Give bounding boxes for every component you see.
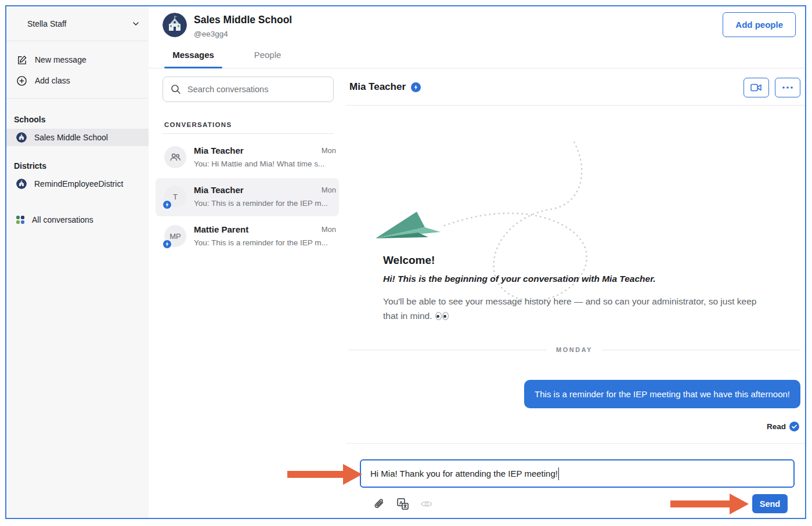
conversation-preview: You: Hi Mattie and Mia! What time s... [194,159,332,168]
account-name: Stella Staff [27,19,132,28]
add-people-button[interactable]: Add people [723,12,796,37]
message-input-text: Hi Mia! Thank you for attending the IEP … [370,469,558,478]
welcome-intro: Hi! This is the beginning of your conver… [383,274,656,284]
tabs: Messages People [164,50,285,68]
school-item-label: Sales Middle School [34,133,108,142]
paperclip-icon [373,498,385,510]
translate-icon: A [396,498,409,510]
sidebar-nav: New message Add class [6,49,149,91]
more-options-button[interactable] [775,78,800,97]
remind-bolt-badge-icon [163,240,172,249]
annotation-arrow-send [670,492,749,516]
conversations-section-label: CONVERSATIONS [164,121,232,128]
text-cursor [558,467,560,480]
day-divider: MONDAY [348,346,800,353]
conversation-time: Mon [322,146,336,155]
conversation-time: Mon [322,186,336,194]
translate-button[interactable]: A [396,497,410,511]
video-call-button[interactable] [744,78,769,97]
eyes-emoji [435,310,449,325]
send-button[interactable]: Send [752,494,788,513]
annotation-arrow-input [287,463,363,486]
ellipsis-icon [782,86,793,89]
all-conversations-label: All conversations [32,215,93,224]
read-check-icon [789,422,799,431]
read-receipt: Read [767,422,799,431]
school-title: Sales Middle School [194,14,292,26]
eye-icon [420,499,433,509]
conversations-panel: CONVERSATIONS Mia Teacher Mon You: Hi Ma… [149,69,346,518]
conversation-name: Mia Teacher [194,146,244,155]
sidebar-item-new-message[interactable]: New message [6,49,149,70]
compose-icon [16,55,27,66]
tab-people[interactable]: People [250,50,285,68]
welcome-heading: Welcome! [383,254,435,267]
plus-circle-icon [16,75,27,86]
avatar-initials-text: T [173,193,178,201]
search-box [163,77,334,102]
app-screenshot: Stella Staff New message Add class Schoo… [0,0,812,526]
schools-section-title: Schools [6,106,149,129]
district-icon [16,179,27,189]
conversation-name: Mia Teacher [194,185,244,195]
conversation-name: Mattie Parent [194,224,248,234]
avatar-initials: MP [164,225,186,247]
remind-bolt-badge-icon [163,200,172,209]
district-item-label: RemindEmployeeDistrict [34,179,123,188]
sidebar: Stella Staff New message Add class Schoo… [6,6,149,518]
video-camera-icon [750,83,762,92]
sidebar-item-all-conversations[interactable]: All conversations [6,211,149,228]
conversation-list: Mia Teacher Mon You: Hi Mattie and Mia! … [149,138,346,256]
search-input[interactable] [187,85,333,94]
chat-panel: Mia Teacher [346,69,805,518]
group-avatar [164,146,186,168]
divider-line [348,350,547,350]
people-icon [169,151,182,164]
all-conversations-icon [16,216,24,224]
attachment-button[interactable] [372,497,386,511]
conversation-row-mia[interactable]: T Mia Teacher Mon You: This is a reminde… [149,177,346,217]
sidebar-item-district[interactable]: RemindEmployeeDistrict [6,175,149,193]
conversations-divider [163,133,334,134]
add-class-label: Add class [35,76,70,85]
conversation-row-group[interactable]: Mia Teacher Mon You: Hi Mattie and Mia! … [149,138,346,177]
chat-title-text: Mia Teacher [349,81,406,93]
preview-button[interactable] [420,497,434,511]
paper-plane-illustration [358,124,694,315]
sidebar-divider [6,98,149,99]
conversation-row-mattie[interactable]: MP Mattie Parent Mon You: This is a remi… [149,217,346,256]
sidebar-item-add-class[interactable]: Add class [6,70,149,91]
main-area: Sales Middle School @ee3gg4 Add people M… [149,6,805,518]
new-message-label: New message [35,55,86,64]
districts-section-title: Districts [6,146,149,175]
conversation-preview: You: This is a reminder for the IEP m... [194,238,332,247]
chevron-down-icon [132,20,139,27]
school-icon [16,132,27,143]
main-header: Sales Middle School @ee3gg4 Add people M… [149,6,805,68]
day-divider-label: MONDAY [556,346,593,353]
outgoing-message-bubble: This is a reminder for the IEP meeting t… [524,380,800,408]
tab-messages[interactable]: Messages [164,50,222,68]
conversation-time: Mon [322,225,336,234]
chat-title: Mia Teacher [349,81,421,93]
sidebar-item-school[interactable]: Sales Middle School [6,129,149,146]
remind-bolt-badge-icon [411,82,421,92]
remind-app-window: Stella Staff New message Add class Schoo… [5,5,806,519]
account-switcher[interactable]: Stella Staff [6,6,149,41]
search-icon [171,84,181,95]
welcome-note: You'll be able to see your message histo… [383,295,766,324]
school-avatar [163,13,187,37]
message-input[interactable]: Hi Mia! Thank you for attending the IEP … [360,459,795,488]
divider-line [602,350,800,350]
read-receipt-label: Read [767,422,786,431]
chat-header: Mia Teacher [346,69,805,106]
conversation-preview: You: This is a reminder for the IEP m... [194,199,332,208]
chat-body: Welcome! Hi! This is the beginning of yo… [346,106,805,443]
composer-toolbar: A [372,497,434,511]
school-handle: @ee3gg4 [194,30,228,38]
avatar-initials: T [164,186,186,208]
